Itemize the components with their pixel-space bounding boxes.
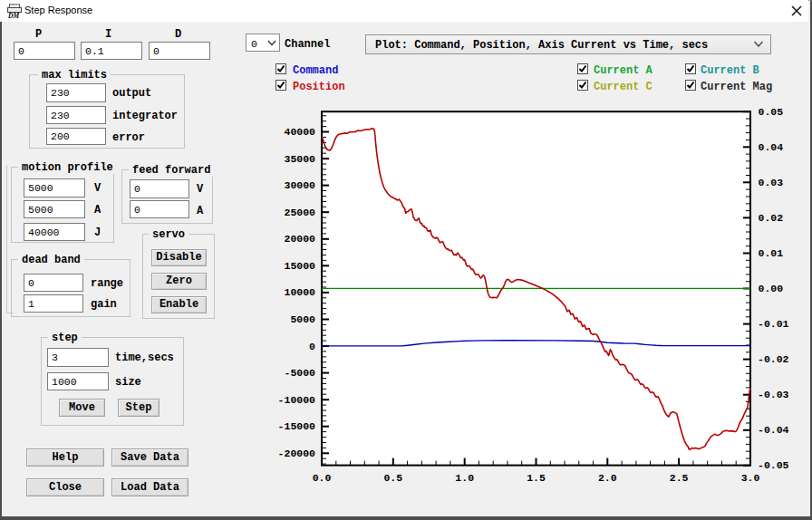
svg-text:2.5: 2.5 <box>670 472 689 484</box>
svg-text:20000: 20000 <box>284 233 315 245</box>
svg-text:-0.04: -0.04 <box>758 424 789 436</box>
svg-text:0.05: 0.05 <box>759 106 784 118</box>
svg-text:5000: 5000 <box>290 313 315 325</box>
svg-text:0.00: 0.00 <box>759 283 784 294</box>
svg-text:0.02: 0.02 <box>759 212 784 224</box>
svg-text:30000: 30000 <box>284 179 315 191</box>
svg-text:2.0: 2.0 <box>598 472 617 484</box>
svg-text:-0.05: -0.05 <box>758 459 789 471</box>
svg-text:-10000: -10000 <box>278 394 316 406</box>
svg-text:-0.02: -0.02 <box>758 353 789 365</box>
svg-text:1.0: 1.0 <box>455 472 474 484</box>
svg-text:15000: 15000 <box>284 260 315 272</box>
svg-text:-5000: -5000 <box>284 367 315 379</box>
svg-text:3.0: 3.0 <box>741 472 760 484</box>
svg-text:1.5: 1.5 <box>527 472 546 484</box>
svg-text:25000: 25000 <box>284 207 315 218</box>
svg-text:0.04: 0.04 <box>759 141 784 153</box>
svg-text:40000: 40000 <box>284 126 315 138</box>
svg-text:0.5: 0.5 <box>383 472 402 484</box>
svg-text:-20000: -20000 <box>278 448 316 459</box>
svg-text:-15000: -15000 <box>278 420 316 432</box>
svg-text:-0.01: -0.01 <box>758 318 789 330</box>
svg-text:35000: 35000 <box>284 153 315 165</box>
svg-text:0: 0 <box>309 341 315 352</box>
svg-text:0.03: 0.03 <box>759 177 784 188</box>
svg-text:0.0: 0.0 <box>313 472 332 484</box>
svg-text:-0.03: -0.03 <box>758 389 789 400</box>
svg-text:10000: 10000 <box>284 286 315 298</box>
svg-text:0.01: 0.01 <box>759 247 784 259</box>
